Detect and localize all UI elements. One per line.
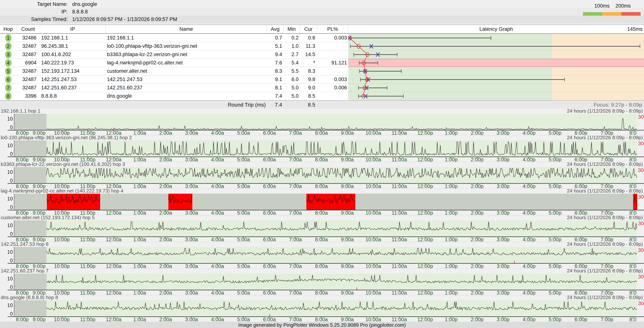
name-cell: 142.251.247.53 [107, 76, 266, 84]
col-header-hop[interactable]: Hop [0, 25, 16, 33]
svg-text:0: 0 [10, 204, 13, 210]
svg-text:8:0: 8:0 [629, 264, 636, 269]
col-header-cur[interactable]: Cur [300, 25, 317, 33]
table-row[interactable]: 332487100.41.6.202b3363.phlapa-lcr-22.ve… [0, 50, 644, 59]
svg-text:30: 30 [638, 274, 644, 280]
col-header-count[interactable]: Count [16, 25, 40, 33]
svg-text:0: 0 [10, 311, 13, 317]
svg-text:9:00a: 9:00a [341, 237, 354, 242]
svg-text:11:00a: 11:00a [392, 210, 407, 216]
svg-text:2:00p: 2:00p [471, 317, 484, 322]
timeline-band-hop-2[interactable]: lo0-100.phlapa-vfttp-363.verizon-gni.net… [0, 136, 644, 162]
count-cell: 32487 [16, 50, 36, 58]
name-cell: dns.google [107, 92, 266, 100]
timeline-band-hop-6[interactable]: 142.251.247.53 hop 624 hours (1/12/2026 … [0, 242, 644, 269]
legend-red-swatch [621, 12, 640, 16]
cur-cell: 9.8 [298, 76, 315, 84]
table-row[interactable]: 632487142.251.247.53142.251.247.539.16.0… [0, 76, 644, 84]
svg-text:9:00p: 9:00p [33, 210, 46, 216]
svg-text:9:00p: 9:00p [33, 317, 46, 322]
latency-graph-cell[interactable] [348, 34, 644, 42]
svg-text:4:00p: 4:00p [523, 290, 536, 295]
svg-text:9:00a: 9:00a [341, 184, 354, 189]
timeline-band-hop-3[interactable]: b3363.phlapa-lcr-22.verizon-gni.net (100… [0, 162, 644, 189]
latency-graph-cell[interactable] [348, 59, 644, 67]
svg-text:8:00a: 8:00a [315, 210, 328, 216]
target-name-label: Target Name: [0, 0, 68, 8]
latency-graph-cell[interactable] [348, 50, 644, 58]
svg-text:11:00a: 11:00a [392, 317, 407, 322]
latency-graph-cell[interactable] [348, 84, 644, 92]
timeline-band-hop-5[interactable]: customer.alter.net (152.193.172.134) hop… [0, 216, 644, 242]
svg-text:24 hours (1/12/2026 8:09p - 8:: 24 hours (1/12/2026 8:09p - 8:09p) [567, 162, 643, 167]
svg-text:24 hours (1/12/2026 8:09p - 8:: 24 hours (1/12/2026 8:09p - 8:09p) [567, 216, 643, 220]
col-header-pl[interactable]: PL% [317, 25, 348, 33]
svg-text:12:00a: 12:00a [106, 157, 122, 162]
svg-text:7:00p: 7:00p [600, 210, 614, 216]
latency-graph-cell[interactable] [348, 42, 644, 50]
svg-text:10:00a: 10:00a [366, 290, 381, 295]
latency-graph-cell[interactable] [348, 76, 644, 84]
svg-text:30: 30 [638, 300, 644, 306]
svg-text:7:00a: 7:00a [289, 184, 302, 189]
hop-cell: 8 [0, 92, 16, 100]
svg-text:5:00a: 5:00a [237, 157, 250, 162]
svg-text:24 hours (1/12/2026 8:09p - 8:: 24 hours (1/12/2026 8:09p - 8:09p) [567, 269, 643, 274]
col-header-ip[interactable]: IP [40, 25, 106, 33]
svg-text:8:00p: 8:00p [16, 264, 29, 269]
svg-text:3:00a: 3:00a [185, 184, 198, 189]
svg-text:5:00p: 5:00p [548, 317, 562, 322]
svg-text:8:0: 8:0 [629, 184, 636, 189]
svg-text:10:00p: 10:00p [54, 130, 70, 136]
svg-text:10: 10 [7, 222, 13, 228]
hop-cell: 2 [0, 42, 16, 50]
svg-text:11:00p: 11:00p [80, 317, 96, 322]
col-header-avg[interactable]: Avg [267, 25, 284, 33]
cur-cell: 0.6 [298, 34, 315, 42]
svg-text:12:00a: 12:00a [106, 264, 122, 269]
svg-text:3:00a: 3:00a [185, 210, 198, 216]
col-header-name[interactable]: Name [106, 25, 267, 33]
count-cell: 32487 [16, 84, 36, 92]
hop-number-badge: 1 [5, 34, 12, 42]
timeline-graphs: 192.168.1.1 hop 124 hours (1/12/2026 8:0… [0, 109, 644, 322]
ip-cell: 100.41.6.202 [41, 50, 104, 58]
svg-text:10:00a: 10:00a [366, 210, 381, 216]
svg-text:4:00p: 4:00p [523, 210, 536, 216]
timeline-band-hop-7[interactable]: 142.251.60.237 hop 724 hours (1/12/2026 … [0, 269, 644, 295]
latency-graph-cell[interactable] [348, 67, 644, 75]
table-row[interactable]: 23248796.245.38.1lo0-100.phlapa-vfttp-36… [0, 42, 644, 50]
svg-text:12:00a: 12:00a [106, 184, 122, 189]
svg-text:1:00p: 1:00p [445, 210, 458, 216]
timeline-band-hop-4[interactable]: lag-4.nwrknjmd-ppr02-cc.alter.net (140.2… [0, 189, 644, 216]
svg-text:10:00p: 10:00p [54, 184, 70, 189]
svg-text:10: 10 [7, 276, 13, 282]
table-row[interactable]: 532487152.193.172.134customer.alter.net8… [0, 67, 644, 76]
min-cell: 2.7 [282, 50, 298, 58]
pl-cell [316, 67, 347, 75]
svg-text:1:00p: 1:00p [445, 130, 458, 136]
svg-text:lo0-100.phlapa-vfttp-363.veriz: lo0-100.phlapa-vfttp-363.verizon-gni.net… [1, 136, 132, 140]
svg-text:11:00p: 11:00p [80, 184, 96, 189]
cur-cell: 9.0 [298, 84, 315, 92]
table-row[interactable]: 833968.8.8.8dns.google7.45.08.5 [0, 92, 644, 100]
round-trip-cur: 8.5 [298, 101, 315, 109]
svg-text:1:00a: 1:00a [133, 130, 146, 136]
ip-cell: 142.251.60.237 [41, 84, 104, 92]
svg-text:9:00a: 9:00a [341, 290, 354, 295]
timeline-chart-hop-5: customer.alter.net (152.193.172.134) hop… [0, 216, 644, 242]
svg-text:7:00p: 7:00p [600, 130, 614, 136]
table-row[interactable]: 46904140.222.19.73lag-4.nwrknjmd-ppr02-c… [0, 59, 644, 67]
latency-graph-cell[interactable] [348, 92, 644, 100]
timeline-band-hop-8[interactable]: dns.google (8.8.8.8) hop 824 hours (1/12… [0, 295, 644, 322]
svg-text:12:00p: 12:00p [418, 210, 433, 216]
trace-table: Hop Count IP Name Avg Min Cur PL% Latenc… [0, 24, 644, 108]
table-row[interactable]: 732487142.251.60.237142.251.60.2378.15.0… [0, 84, 644, 92]
svg-text:5:00p: 5:00p [548, 264, 562, 269]
hop-cell: 3 [0, 50, 16, 58]
col-header-latency-graph[interactable]: Latency Graph 145ms [348, 25, 644, 33]
col-header-min[interactable]: Min [284, 25, 300, 33]
timeline-band-hop-1[interactable]: 192.168.1.1 hop 124 hours (1/12/2026 8:0… [0, 109, 644, 136]
table-row[interactable]: 132486192.168.1.1192.168.1.10.70.20.60.0… [0, 34, 644, 42]
svg-text:5:00p: 5:00p [548, 290, 562, 295]
